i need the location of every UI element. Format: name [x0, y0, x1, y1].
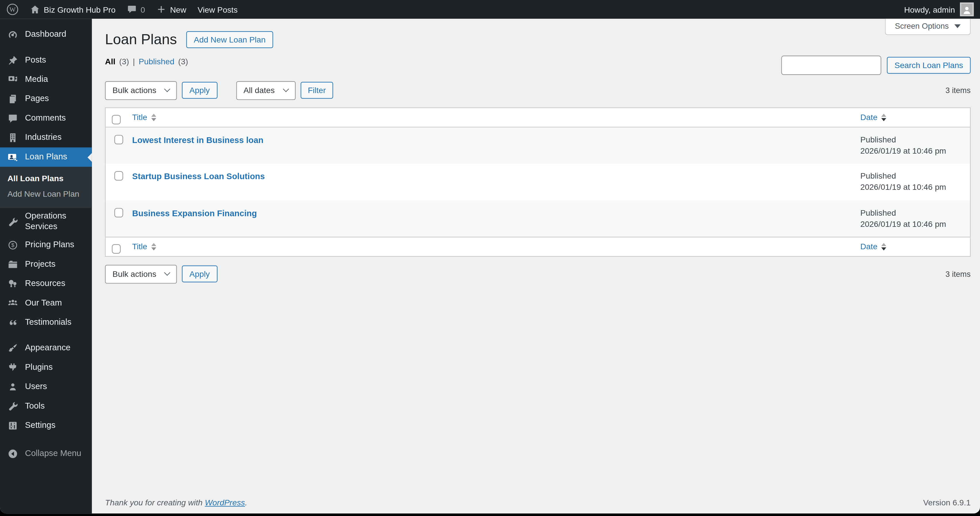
date-column-label: Date [860, 242, 877, 252]
sidebar-item-media[interactable]: Media [0, 70, 92, 89]
pushpin-icon [5, 55, 20, 65]
plugin-icon [5, 362, 20, 373]
sidebar-item-our-team[interactable]: Our Team [0, 294, 92, 313]
new-content-menu[interactable]: New [151, 0, 192, 19]
bulk-actions-select[interactable]: Bulk actions [105, 81, 177, 100]
search-box: Search Loan Plans [781, 56, 971, 75]
sidebar-item-loan-plans[interactable]: Loan Plans [0, 147, 92, 167]
all-dates-select[interactable]: All dates [236, 81, 295, 100]
sidebar-item-label: Settings [25, 421, 56, 431]
sidebar-item-pricing-plans[interactable]: $Pricing Plans [0, 235, 92, 255]
loan-plans-table: Title Date Lowest Interest i [105, 107, 970, 257]
comments-menu[interactable]: 0 [121, 0, 151, 19]
row-checkbox[interactable] [115, 171, 123, 181]
sidebar-item-label: Media [25, 75, 48, 85]
view-published-count: (3) [178, 57, 188, 66]
apply-button[interactable]: Apply [182, 82, 217, 99]
wordpress-logo-icon: W [6, 3, 19, 16]
row-status: Published [860, 171, 964, 182]
sort-by-title[interactable]: Title [132, 242, 156, 252]
view-all-link[interactable]: All [105, 57, 115, 66]
select-all-checkbox[interactable] [112, 245, 120, 254]
items-count: 3 items [945, 86, 971, 95]
new-label: New [170, 5, 186, 14]
businessperson-icon [5, 152, 20, 162]
menu-separator [0, 332, 92, 338]
apply-button[interactable]: Apply [182, 266, 217, 283]
home-icon [30, 4, 40, 14]
sidebar-item-appearance[interactable]: Appearance [0, 338, 92, 358]
filter-button[interactable]: Filter [300, 82, 333, 99]
sidebar-item-settings[interactable]: Settings [0, 416, 92, 435]
wordpress-link[interactable]: WordPress [205, 498, 245, 507]
select-all-checkbox[interactable] [112, 115, 120, 125]
row-checkbox[interactable] [115, 135, 123, 144]
sidebar-item-posts[interactable]: Posts [0, 51, 92, 70]
svg-text:W: W [10, 6, 16, 13]
sidebar-item-testimonials[interactable]: Testimonials [0, 313, 92, 332]
sidebar-item-comments[interactable]: Comments [0, 109, 92, 128]
sidebar-item-industries[interactable]: Industries [0, 128, 92, 147]
browser-viewport: W Biz Growth Hub Pro 0 New [0, 0, 980, 513]
title-column-label: Title [132, 242, 147, 252]
screen: W Biz Growth Hub Pro 0 New [0, 0, 980, 516]
sidebar-item-label: Our Team [25, 298, 62, 309]
media-icon [5, 75, 20, 85]
view-all-count: (3) [119, 57, 129, 66]
sidebar-item-label: Users [25, 382, 47, 392]
sidebar-item-plugins[interactable]: Plugins [0, 358, 92, 377]
search-input[interactable] [781, 56, 881, 75]
title-column-label: Title [132, 113, 147, 122]
screen-options-button[interactable]: Screen Options [885, 19, 970, 35]
chevron-down-icon [164, 86, 170, 92]
row-checkbox[interactable] [115, 208, 123, 218]
chevron-down-icon [282, 86, 289, 92]
sidebar-item-label: Plugins [25, 362, 52, 373]
comment-icon [127, 4, 137, 14]
table-row: Business Expansion Financing Published 2… [105, 200, 970, 237]
sidebar-subitem-add-new-loan-plan[interactable]: Add New Loan Plan [0, 186, 92, 202]
view-divider: | [133, 57, 135, 66]
admin-sidebar-menu: DashboardPostsMediaPagesCommentsIndustri… [0, 19, 92, 513]
bulk-actions-select[interactable]: Bulk actions [105, 265, 177, 283]
sidebar-item-label: Loan Plans [25, 152, 67, 162]
table-footer-row: Title Date [105, 237, 970, 256]
wordpress-menu[interactable]: W [0, 0, 24, 19]
sort-by-date[interactable]: Date [860, 113, 886, 122]
add-new-loan-plan-button[interactable]: Add New Loan Plan [186, 31, 273, 48]
row-title-link[interactable]: Business Expansion Financing [132, 208, 257, 218]
sidebar-item-collapse-menu[interactable]: Collapse Menu [0, 444, 92, 464]
sort-by-date[interactable]: Date [860, 242, 886, 252]
table-row: Startup Business Loan Solutions Publishe… [105, 164, 970, 200]
view-published-link[interactable]: Published [139, 57, 174, 66]
row-date: 2026/01/19 at 10:46 pm [860, 182, 964, 194]
sidebar-item-operations-services[interactable]: Operations Services [0, 208, 92, 235]
sidebar-item-pages[interactable]: Pages [0, 89, 92, 108]
my-account-menu[interactable]: Howdy, admin [904, 0, 980, 19]
sidebar-item-label: Appearance [25, 343, 70, 354]
screen-options-label: Screen Options [895, 22, 949, 30]
sort-icon [151, 243, 156, 250]
sidebar-subitem-all-loan-plans[interactable]: All Loan Plans [0, 171, 92, 186]
sidebar-item-dashboard[interactable]: Dashboard [0, 25, 92, 44]
howdy-text: Howdy, admin [904, 5, 955, 14]
version-text: Version 6.9.1 [923, 498, 970, 507]
sidebar-item-projects[interactable]: Projects [0, 255, 92, 274]
user-icon [5, 382, 20, 392]
sidebar-item-label: Pricing Plans [25, 240, 74, 250]
sidebar-item-label: Tools [25, 401, 45, 412]
building-icon [5, 132, 20, 143]
page-title: Loan Plans [105, 31, 177, 49]
view-posts-menu[interactable]: View Posts [192, 0, 243, 19]
row-title-link[interactable]: Startup Business Loan Solutions [132, 172, 265, 181]
sidebar-item-tools[interactable]: Tools [0, 397, 92, 416]
sidebar-item-resources[interactable]: Resources [0, 274, 92, 294]
sidebar-item-label: Projects [25, 259, 56, 270]
date-column-label: Date [860, 113, 877, 122]
sort-by-title[interactable]: Title [132, 113, 156, 122]
search-loan-plans-button[interactable]: Search Loan Plans [887, 57, 970, 74]
chevron-down-icon [955, 24, 961, 28]
row-title-link[interactable]: Lowest Interest in Business loan [132, 135, 264, 145]
site-name-menu[interactable]: Biz Growth Hub Pro [24, 0, 121, 19]
sidebar-item-users[interactable]: Users [0, 377, 92, 397]
